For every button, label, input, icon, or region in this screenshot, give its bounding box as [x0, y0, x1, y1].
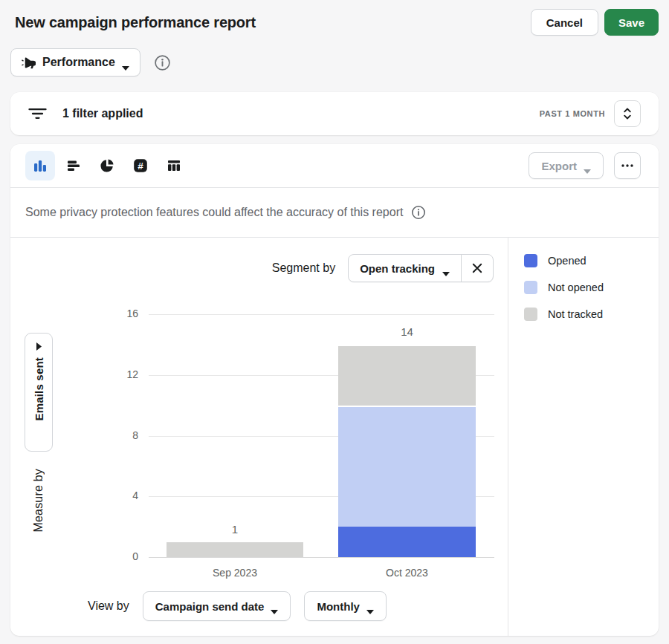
cancel-button[interactable]: Cancel: [531, 9, 598, 36]
bar-total-label: 14: [338, 325, 476, 338]
date-range-label: PAST 1 MONTH: [540, 109, 605, 118]
report-type-row: Performance: [0, 36, 669, 77]
bar-chart: 04812161Sep 202314Oct 2023: [10, 238, 508, 636]
legend-item-not-tracked: Not tracked: [524, 308, 659, 321]
megaphone-icon: [22, 56, 36, 69]
privacy-notice-text: Some privacy protection features could a…: [25, 206, 403, 219]
chevron-down-icon: [271, 604, 278, 608]
measure-by-label: Measure by: [32, 469, 45, 533]
pie-chart-view-button[interactable]: [92, 151, 122, 180]
chevron-down-icon: [122, 60, 129, 65]
y-axis-tick-label: 0: [106, 550, 138, 562]
bar-segment-not-tracked[interactable]: [338, 345, 476, 406]
y-axis-tick-label: 8: [106, 429, 138, 441]
legend-label: Opened: [548, 255, 586, 267]
chart-pane: Segment by Open tracking: [10, 238, 508, 636]
measure-by-label-wrap: Measure by: [25, 459, 53, 542]
horizontal-bar-view-button[interactable]: [59, 151, 88, 180]
privacy-info-icon[interactable]: [411, 205, 426, 220]
legend-swatch-opened: [524, 254, 537, 267]
view-by-granularity-dropdown[interactable]: Monthly: [304, 591, 387, 621]
top-bar: New campaign performance report Cancel S…: [0, 0, 669, 36]
report-type-info-icon[interactable]: [154, 54, 171, 71]
bar-total-label: 1: [167, 523, 303, 536]
chevron-right-icon: [36, 342, 42, 351]
y-axis-tick-label: 4: [106, 489, 138, 501]
y-axis-tick-label: 16: [106, 308, 138, 319]
view-by-dimension-label: Campaign send date: [155, 600, 265, 613]
legend-label: Not tracked: [548, 308, 603, 320]
filter-bar[interactable]: 1 filter applied PAST 1 MONTH: [10, 92, 659, 135]
topbar-actions: Cancel Save: [531, 9, 659, 36]
more-horizontal-icon: [621, 164, 633, 167]
bar-segment-opened[interactable]: [338, 527, 476, 557]
chart-type-toolbar: # Export: [10, 144, 659, 187]
save-button[interactable]: Save: [604, 9, 659, 36]
report-type-label: Performance: [42, 56, 115, 69]
legend-swatch-not-tracked: [524, 308, 537, 321]
grid-line: [149, 314, 494, 315]
view-by-dimension-dropdown[interactable]: Campaign send date: [143, 591, 291, 621]
measure-dropdown[interactable]: Emails sent: [25, 333, 53, 452]
legend-item-opened: Opened: [524, 254, 659, 267]
legend-label: Not opened: [548, 282, 604, 293]
page-title: New campaign performance report: [15, 14, 256, 31]
number-view-button[interactable]: #: [126, 151, 155, 180]
filter-applied-label: 1 filter applied: [62, 107, 143, 120]
filter-icon: [28, 108, 47, 120]
sort-toggle-button[interactable]: [614, 100, 641, 127]
bar-segment-not-opened[interactable]: [338, 406, 476, 527]
privacy-notice: Some privacy protection features could a…: [10, 188, 659, 237]
x-axis-label: Oct 2023: [338, 567, 476, 579]
export-label: Export: [541, 160, 577, 172]
x-axis-label: Sep 2023: [167, 567, 303, 579]
legend-item-not-opened: Not opened: [524, 281, 659, 294]
bar-chart-view-button[interactable]: [25, 151, 55, 180]
report-card: # Export Some privacy protection feature…: [10, 144, 659, 636]
table-view-button[interactable]: [159, 151, 189, 180]
measure-value-label: Emails sent: [33, 357, 45, 421]
chevron-down-icon: [584, 163, 591, 168]
y-axis-tick-label: 12: [106, 368, 138, 380]
chart-legend: Opened Not opened Not tracked: [508, 238, 659, 636]
svg-text:#: #: [138, 160, 143, 172]
view-by-label: View by: [88, 599, 129, 613]
grid-line: [149, 557, 494, 558]
more-options-button[interactable]: [614, 152, 641, 179]
report-type-dropdown[interactable]: Performance: [10, 48, 140, 77]
export-dropdown[interactable]: Export: [529, 152, 604, 179]
chevron-down-icon: [366, 604, 374, 608]
view-by-row: View by Campaign send date Monthly: [88, 591, 387, 621]
bar-segment-not-tracked[interactable]: [167, 542, 303, 557]
view-by-granularity-label: Monthly: [317, 600, 360, 613]
legend-swatch-not-opened: [524, 281, 537, 294]
